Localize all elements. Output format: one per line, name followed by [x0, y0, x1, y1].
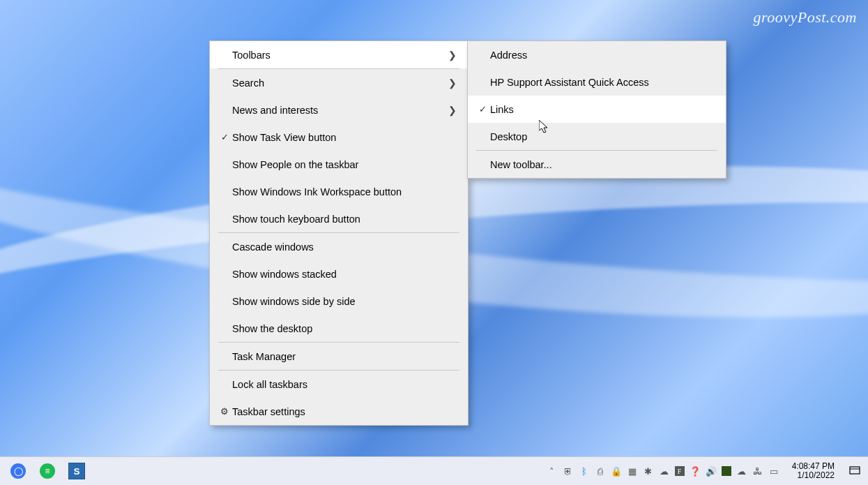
check-icon: ✓ — [475, 104, 490, 114]
submenu-item-new-toolbar[interactable]: New toolbar... — [468, 151, 726, 178]
tray-shield-icon[interactable]: ⛨ — [563, 465, 574, 477]
tray-network-icon[interactable]: 🖧 — [752, 465, 763, 477]
taskbar-app-snagit[interactable]: S — [68, 463, 85, 479]
menu-item-search[interactable]: Search ❯ — [210, 69, 468, 96]
tray-battery-icon[interactable]: ▭ — [768, 465, 779, 477]
menu-label: Search — [232, 77, 448, 89]
submenu-arrow-icon: ❯ — [448, 50, 457, 61]
action-center-icon[interactable] — [848, 465, 861, 477]
menu-item-side-by-side[interactable]: Show windows side by side — [210, 288, 468, 315]
menu-item-show-ink[interactable]: Show Windows Ink Workspace button — [210, 178, 468, 205]
taskbar-app-signal[interactable]: ◯ — [10, 463, 26, 479]
menu-label: Address — [490, 50, 715, 61]
taskbar-context-menu: Toolbars ❯ Search ❯ News and interests ❯… — [209, 40, 469, 426]
menu-label: Cascade windows — [232, 241, 457, 253]
tray-f-icon[interactable]: F — [675, 466, 685, 476]
tray-usb-icon[interactable]: ⎙ — [595, 465, 606, 477]
tray-cloud-icon[interactable]: ☁ — [659, 465, 670, 477]
tray-nvidia-icon[interactable] — [722, 466, 731, 476]
menu-label: Task Manager — [232, 351, 457, 362]
menu-label: Show the desktop — [232, 323, 457, 334]
taskbar-app-spotify[interactable]: ≡ — [39, 463, 56, 479]
menu-item-lock-taskbars[interactable]: Lock all taskbars — [210, 371, 468, 398]
menu-item-taskbar-settings[interactable]: ⚙ Taskbar settings — [210, 398, 468, 425]
menu-label: New toolbar... — [490, 159, 715, 170]
system-tray: ˄ ⛨ ᛒ ⎙ 🔒 ▦ ✱ ☁ F ❓ 🔊 ☁ 🖧 ▭ — [541, 465, 785, 477]
menu-item-show-desktop[interactable]: Show the desktop — [210, 315, 468, 342]
taskbar-pinned-apps: ◯ ≡ S — [0, 463, 85, 479]
menu-label: Show People on the taskbar — [232, 159, 457, 170]
menu-label: News and interests — [232, 105, 448, 116]
menu-label: Taskbar settings — [232, 406, 457, 417]
menu-label: Toolbars — [232, 50, 448, 61]
submenu-arrow-icon: ❯ — [448, 105, 457, 116]
submenu-item-address[interactable]: Address — [468, 41, 726, 68]
menu-label: Desktop — [490, 131, 715, 142]
svg-rect-1 — [850, 467, 860, 474]
menu-item-task-manager[interactable]: Task Manager — [210, 343, 468, 370]
tray-store-icon[interactable]: ▦ — [627, 465, 638, 477]
clock-date: 1/10/2022 — [798, 471, 835, 480]
menu-label: Links — [490, 104, 715, 115]
taskbar[interactable]: ◯ ≡ S ˄ ⛨ ᛒ ⎙ 🔒 ▦ ✱ ☁ F ❓ 🔊 ☁ 🖧 ▭ 4:08:4… — [0, 456, 868, 485]
submenu-item-hp-support[interactable]: HP Support Assistant Quick Access — [468, 68, 726, 96]
menu-label: Show windows side by side — [232, 296, 457, 307]
tray-lock-icon[interactable]: 🔒 — [611, 465, 622, 477]
tray-overflow-icon[interactable]: ˄ — [547, 465, 558, 477]
submenu-item-links[interactable]: ✓ Links — [468, 96, 726, 123]
taskbar-clock[interactable]: 4:08:47 PM 1/10/2022 — [785, 462, 842, 480]
signal-icon: ◯ — [10, 463, 26, 479]
tray-weather-icon[interactable]: ☁ — [736, 465, 747, 477]
watermark-text: groovyPost.com — [753, 8, 857, 27]
menu-item-toolbars[interactable]: Toolbars ❯ — [210, 41, 468, 68]
menu-label: Lock all taskbars — [232, 379, 457, 390]
menu-item-stacked[interactable]: Show windows stacked — [210, 260, 468, 288]
menu-label: Show Windows Ink Workspace button — [232, 186, 457, 197]
toolbars-submenu: Address HP Support Assistant Quick Acces… — [467, 40, 726, 179]
check-icon: ✓ — [217, 132, 232, 142]
tray-speaker-icon[interactable]: 🔊 — [706, 465, 717, 477]
menu-item-news[interactable]: News and interests ❯ — [210, 96, 468, 124]
menu-label: Show Task View button — [232, 132, 457, 143]
menu-label: Show touch keyboard button — [232, 214, 457, 225]
menu-item-show-people[interactable]: Show People on the taskbar — [210, 151, 468, 178]
menu-item-cascade[interactable]: Cascade windows — [210, 233, 468, 260]
snagit-icon: S — [68, 463, 85, 479]
taskbar-right: ˄ ⛨ ᛒ ⎙ 🔒 ▦ ✱ ☁ F ❓ 🔊 ☁ 🖧 ▭ 4:08:47 PM 1… — [541, 462, 868, 480]
tray-slack-icon[interactable]: ✱ — [643, 465, 654, 477]
gear-icon: ⚙ — [217, 406, 232, 417]
menu-item-show-touch-keyboard[interactable]: Show touch keyboard button — [210, 205, 468, 232]
tray-support-icon[interactable]: ❓ — [690, 465, 701, 477]
submenu-item-desktop[interactable]: Desktop — [468, 123, 726, 150]
menu-label: Show windows stacked — [232, 269, 457, 280]
submenu-arrow-icon: ❯ — [448, 77, 457, 89]
menu-label: HP Support Assistant Quick Access — [490, 77, 715, 88]
tray-bluetooth-icon[interactable]: ᛒ — [579, 465, 590, 477]
spotify-icon: ≡ — [40, 463, 55, 479]
menu-item-show-task-view[interactable]: ✓ Show Task View button — [210, 124, 468, 151]
